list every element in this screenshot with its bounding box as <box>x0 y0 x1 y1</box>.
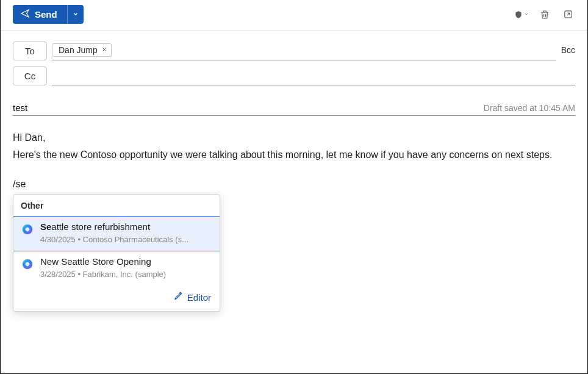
slash-command-input: /se <box>13 177 575 192</box>
discard-button[interactable] <box>537 7 552 22</box>
editor-link[interactable]: Editor <box>13 285 220 311</box>
suggestion-item[interactable]: New Seattle Store Opening 3/28/2025 • Fa… <box>13 251 220 286</box>
slash-suggestion-popup: Other Seattle store refurbishment 4/30/2… <box>13 194 220 312</box>
cc-field[interactable] <box>52 67 575 85</box>
to-field[interactable]: Dan Jump <box>52 42 556 60</box>
chevron-down-icon <box>73 10 79 19</box>
body-greeting: Hi Dan, <box>13 131 575 145</box>
send-button-label: Send <box>35 9 57 20</box>
suggestion-title: Seattle store refurbishment <box>40 221 188 232</box>
suggestion-item[interactable]: Seattle store refurbishment 4/30/2025 • … <box>13 216 220 251</box>
chevron-down-icon <box>524 12 529 18</box>
to-button[interactable]: To <box>13 41 47 60</box>
cc-button[interactable]: Cc <box>13 67 47 85</box>
copilot-icon <box>21 257 34 271</box>
suggestion-text: Seattle store refurbishment 4/30/2025 • … <box>40 221 188 246</box>
message-body[interactable]: Hi Dan, Here's the new Contoso opportuni… <box>13 131 575 312</box>
send-icon <box>20 9 30 20</box>
to-row: To Dan Jump Bcc <box>13 41 575 60</box>
compose-toolbar: Send <box>1 0 587 31</box>
suggestion-subtitle: 3/28/2025 • Fabrikam, Inc. (sample) <box>40 268 166 281</box>
suggestion-section-header: Other <box>13 195 220 216</box>
compose-content: To Dan Jump Bcc Cc Draft saved at 10:45 … <box>1 31 587 312</box>
protection-icon[interactable] <box>514 7 529 22</box>
recipient-chip-name: Dan Jump <box>59 45 98 55</box>
send-dropdown-button[interactable] <box>67 5 84 24</box>
draft-saved-status: Draft saved at 10:45 AM <box>484 103 575 113</box>
editor-link-label: Editor <box>187 291 211 305</box>
suggestion-text: New Seattle Store Opening 3/28/2025 • Fa… <box>40 256 166 281</box>
copilot-icon <box>21 223 34 236</box>
suggestion-subtitle: 4/30/2025 • Contoso Pharmaceuticals (s..… <box>40 234 188 246</box>
body-paragraph: Here's the new Contoso opportunity we we… <box>13 148 575 162</box>
popout-button[interactable] <box>561 7 575 22</box>
editor-icon <box>174 291 184 305</box>
subject-input[interactable] <box>13 102 476 113</box>
cc-row: Cc <box>13 67 575 85</box>
bcc-toggle[interactable]: Bcc <box>561 45 575 57</box>
send-button[interactable]: Send <box>13 5 67 24</box>
recipient-chip[interactable]: Dan Jump <box>52 43 112 57</box>
suggestion-title: New Seattle Store Opening <box>40 256 166 267</box>
send-button-group: Send <box>13 5 84 24</box>
toolbar-right <box>514 7 575 22</box>
close-icon[interactable] <box>101 46 107 54</box>
subject-row: Draft saved at 10:45 AM <box>13 100 575 116</box>
